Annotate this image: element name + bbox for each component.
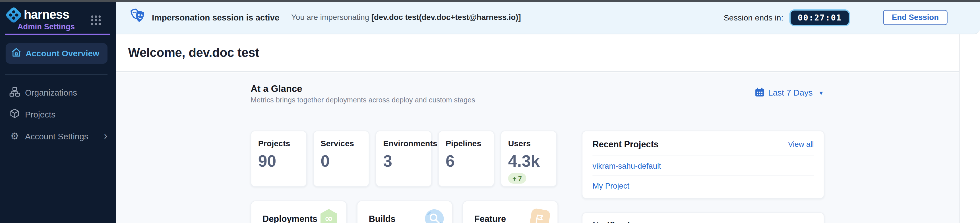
notifications-card: Notifications: [582, 212, 824, 223]
home-icon: [11, 47, 22, 60]
impersonation-banner: Impersonation session is active You are …: [116, 2, 980, 34]
module-label: Deployments: [262, 213, 317, 223]
stat-card-users[interactable]: Users 4.3k + 7: [501, 130, 557, 186]
gear-icon: ⚙: [10, 131, 20, 141]
page-title: Welcome, dev.doc test: [128, 46, 259, 60]
recent-projects-card: Recent Projects View all vikram-sahu-def…: [582, 130, 824, 198]
module-label: Builds: [369, 213, 396, 223]
deployments-infinity-icon: ∞: [319, 209, 338, 223]
session-ends-label: Session ends in:: [724, 13, 783, 22]
sidebar-item-account-overview[interactable]: Account Overview: [6, 43, 108, 63]
sidebar-accent-underline: [5, 34, 110, 35]
recent-project-link[interactable]: My Project: [592, 176, 814, 195]
browser-chrome-strip: [0, 0, 980, 2]
banner-title: Impersonation session is active: [152, 13, 280, 22]
feature-flag-icon: [530, 208, 551, 223]
right-rail: [959, 34, 980, 223]
stat-card-services[interactable]: Services 0: [313, 130, 369, 186]
recent-project-link[interactable]: vikram-sahu-default: [592, 156, 814, 175]
admin-settings-label: Admin Settings: [18, 22, 75, 31]
sidebar-item-projects[interactable]: Projects: [0, 103, 116, 125]
sidebar-item-account-settings[interactable]: ⚙ Account Settings ›: [0, 125, 116, 147]
end-session-button[interactable]: End Session: [883, 10, 947, 25]
module-card-builds[interactable]: Builds: [357, 200, 452, 223]
sidebar-item-label: Projects: [25, 110, 56, 119]
module-card-feature-flags[interactable]: Feature Flags: [462, 200, 558, 223]
theater-masks-icon: [129, 8, 147, 27]
sidebar-divider: [5, 74, 108, 75]
modules-row: Deployments ∞ Builds Feature Flags: [251, 200, 558, 223]
harness-logo-text: harness: [24, 7, 69, 22]
stat-value: 6: [445, 152, 487, 170]
sidebar-item-label: Organizations: [25, 88, 77, 97]
recent-projects-title: Recent Projects: [592, 139, 659, 149]
notifications-title: Notifications: [592, 220, 814, 223]
sidebar-item-organizations[interactable]: Organizations: [0, 82, 116, 104]
sidebar: harness Admin Settings Account Overview: [0, 2, 116, 223]
stat-card-pipelines[interactable]: Pipelines 6: [438, 130, 495, 186]
org-chart-icon: [10, 86, 20, 99]
module-card-deployments[interactable]: Deployments ∞: [251, 200, 347, 223]
sidebar-nav-list: Organizations Projects ⚙ Account Setting…: [0, 82, 116, 147]
view-all-link[interactable]: View all: [788, 140, 814, 148]
stat-value: 3: [383, 152, 424, 170]
stat-value: 0: [320, 152, 362, 170]
stat-label: Services: [320, 138, 362, 148]
stat-card-projects[interactable]: Projects 90: [251, 130, 307, 186]
page-header: Welcome, dev.doc test: [116, 34, 959, 72]
users-delta-badge: + 7: [508, 173, 526, 184]
stat-card-environments[interactable]: Environments 3: [375, 130, 432, 186]
stat-label: Pipelines: [445, 138, 487, 148]
calendar-icon: [755, 87, 764, 99]
builds-search-icon: [425, 209, 444, 223]
harness-logo-icon: [5, 6, 22, 24]
at-a-glance-title: At a Glance: [251, 83, 302, 93]
sidebar-item-label: Account Settings: [25, 131, 88, 141]
banner-message: You are impersonating [dev.doc test(dev.…: [291, 13, 521, 22]
stat-label: Users: [508, 138, 549, 148]
sidebar-item-label: Account Overview: [25, 48, 99, 58]
stats-row: Projects 90 Services 0 Environments 3 Pi…: [251, 130, 557, 186]
grid-apps-icon[interactable]: [91, 15, 101, 28]
banner-message-prefix: You are impersonating: [291, 13, 371, 22]
main-content: At a Glance Metrics brings together depl…: [116, 72, 959, 223]
at-a-glance-subtitle: Metrics brings together deployments acro…: [251, 96, 475, 103]
stat-label: Environments: [383, 138, 424, 148]
stat-label: Projects: [258, 138, 299, 148]
banner-impersonated-user: [dev.doc test(dev.doc+test@harness.io)]: [371, 13, 521, 22]
session-timer: 00:27:01: [789, 9, 850, 26]
stat-value: 4.3k: [508, 152, 549, 170]
harness-admin-dashboard: harness Admin Settings Account Overview: [0, 0, 980, 223]
date-range-label: Last 7 Days: [768, 88, 813, 97]
cube-icon: [10, 108, 20, 121]
date-range-filter[interactable]: Last 7 Days ▼: [755, 87, 824, 99]
stat-value: 90: [258, 152, 299, 170]
module-label: Feature Flags: [474, 213, 531, 223]
chevron-down-icon: ▼: [818, 89, 824, 96]
harness-logo[interactable]: harness: [6, 7, 69, 22]
